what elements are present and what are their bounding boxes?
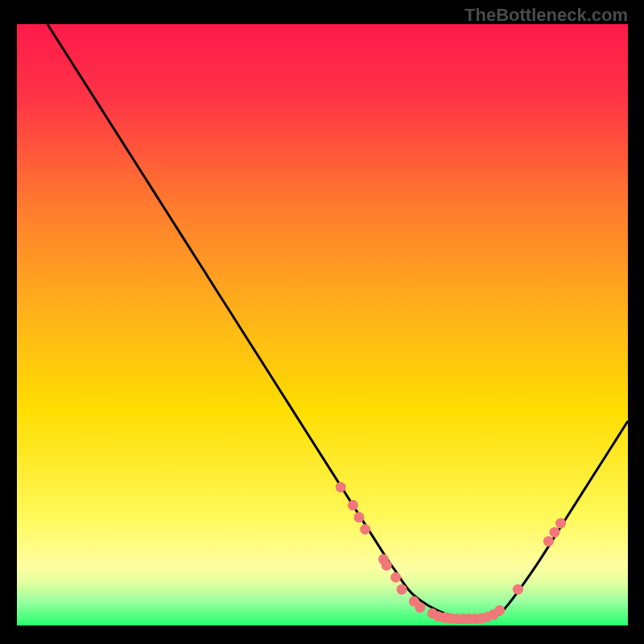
data-marker — [555, 518, 566, 529]
data-marker — [336, 482, 346, 493]
data-marker — [382, 560, 392, 571]
data-marker — [348, 500, 358, 510]
data-marker — [390, 572, 401, 583]
data-marker — [549, 527, 559, 538]
data-marker — [354, 512, 365, 522]
plot-area — [17, 24, 628, 625]
chart-container: TheBottleneck.com — [0, 0, 644, 644]
data-marker — [397, 584, 407, 595]
data-marker — [543, 536, 554, 547]
data-marker — [415, 602, 425, 613]
data-marker — [513, 584, 523, 595]
data-marker — [360, 524, 370, 535]
data-marker — [494, 605, 505, 616]
watermark-text: TheBottleneck.com — [464, 5, 628, 26]
bottleneck-chart — [0, 0, 644, 644]
